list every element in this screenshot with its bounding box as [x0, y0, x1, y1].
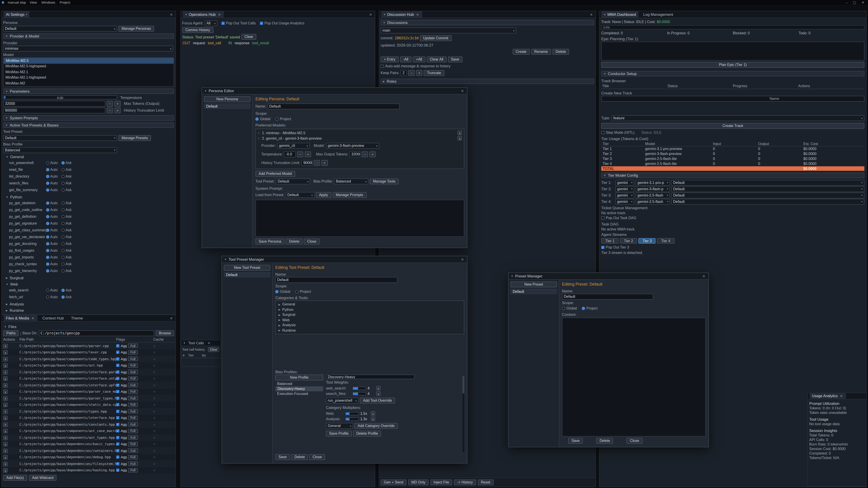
- clear-tool-calls-button[interactable]: Clear: [208, 347, 219, 352]
- bias-profile-item[interactable]: Execution-Focused: [275, 391, 323, 396]
- history-limit-input[interactable]: 900000: [3, 107, 105, 113]
- add-files-button[interactable]: Add File(s): [3, 475, 27, 481]
- add-tool-override-button[interactable]: Add Tool Override: [360, 398, 395, 403]
- file-row[interactable]: x C:/projects/gencpp/base/components/ast…: [2, 362, 176, 369]
- save-button[interactable]: Save: [568, 438, 583, 444]
- pref-max-tokens-input[interactable]: 32000: [349, 151, 360, 157]
- section-tool-presets[interactable]: ▼ Active Tool Presets & Biases: [3, 122, 174, 128]
- ask-radio[interactable]: [61, 235, 65, 238]
- decrement-button[interactable]: −: [314, 160, 320, 166]
- category-row[interactable]: ▶ Runtime: [277, 328, 463, 333]
- section-parameters[interactable]: ▼ Parameters: [3, 88, 174, 94]
- file-row[interactable]: x C:/projects/gencpp/base/dependencies/h…: [2, 467, 176, 474]
- file-row[interactable]: x C:/projects/gencpp/base/dependencies/d…: [2, 454, 176, 460]
- close-panel-icon[interactable]: ✕: [207, 341, 211, 345]
- preset-list-item[interactable]: Default: [224, 272, 270, 278]
- agg-checkbox[interactable]: [116, 436, 119, 439]
- persona-bias-select[interactable]: Balanced ▾: [334, 178, 368, 184]
- model-option[interactable]: MiniMax-M2.5-highspeed: [4, 64, 174, 69]
- ask-radio[interactable]: [61, 295, 65, 298]
- remove-file-button[interactable]: x: [3, 363, 8, 368]
- pop-out-tool-calls-checkbox[interactable]: [221, 22, 224, 25]
- agg-checkbox[interactable]: [116, 397, 119, 400]
- remove-file-button[interactable]: x: [3, 416, 8, 420]
- category-row[interactable]: ▶ Analysis: [277, 323, 463, 328]
- menu-item[interactable]: View: [30, 0, 37, 4]
- save-persona-button[interactable]: Save Persona: [255, 238, 285, 245]
- increment-button[interactable]: +: [321, 160, 328, 166]
- auto-radio[interactable]: [46, 188, 49, 191]
- increment-button[interactable]: +: [305, 151, 311, 157]
- plus-all-button[interactable]: +All: [413, 57, 425, 62]
- tier-provider-select[interactable]: gemini ▾: [615, 180, 634, 186]
- section-conductor-setup[interactable]: ▼ Conductor Setup: [601, 71, 864, 76]
- close-tab-icon[interactable]: ✕: [415, 12, 420, 17]
- weight-slider[interactable]: [352, 387, 366, 390]
- drag-handle-icon[interactable]: ⠿: [258, 131, 260, 134]
- tool-group-python[interactable]: ▼ Python: [3, 194, 174, 199]
- remove-weight-button[interactable]: x: [376, 391, 381, 396]
- full-chip[interactable]: Full: [128, 435, 138, 440]
- remove-file-button[interactable]: x: [3, 468, 8, 473]
- tab-context-hub[interactable]: Context Hub: [40, 315, 66, 322]
- decrement-button[interactable]: −: [107, 101, 113, 106]
- agg-checkbox[interactable]: [116, 390, 119, 393]
- discussion-footer-button[interactable]: Gen + Send: [381, 480, 406, 485]
- discussion-footer-button[interactable]: MD Only: [408, 480, 429, 485]
- section-provider-model[interactable]: ▼ Provider & Model: [3, 33, 174, 39]
- tier-model-select[interactable]: gemini-3.1-pro-p ▾: [636, 180, 670, 186]
- tier-model-select[interactable]: gemini-2.5-flash ▾: [636, 199, 670, 204]
- model-option[interactable]: MiniMax-M2.5: [4, 58, 174, 64]
- full-chip[interactable]: Full: [128, 377, 138, 381]
- file-row[interactable]: x C:/projects/gencpp/base/components/cod…: [2, 356, 176, 362]
- agg-checkbox[interactable]: [116, 410, 119, 413]
- full-chip[interactable]: Full: [128, 449, 138, 453]
- category-row[interactable]: ▶ Web: [277, 318, 463, 323]
- bias-profile-item[interactable]: Balanced: [275, 381, 323, 386]
- agg-checkbox[interactable]: [116, 403, 119, 406]
- persona-select[interactable]: Default ▾: [3, 26, 117, 32]
- full-chip[interactable]: Full: [128, 363, 138, 368]
- increment-button[interactable]: +: [114, 107, 121, 113]
- persona-tool-preset-select[interactable]: Default ▾: [276, 178, 310, 184]
- remove-multiplier-button[interactable]: x: [371, 417, 375, 421]
- file-row[interactable]: x C:/projects/gencpp/base/components/con…: [2, 421, 176, 428]
- full-chip[interactable]: Full: [128, 383, 138, 387]
- keep-pairs-input[interactable]: 2: [401, 70, 407, 76]
- discussion-select[interactable]: main ▾: [381, 28, 516, 33]
- file-row[interactable]: x C:/projects/gencpp/base/components/ast…: [2, 428, 176, 434]
- tool-group-runtime[interactable]: ▶ Runtime: [3, 307, 174, 313]
- section-system-prompts[interactable]: ▼ System Prompts: [3, 115, 174, 121]
- increment-button[interactable]: +: [416, 70, 423, 76]
- preset-name-input[interactable]: Default: [275, 277, 397, 283]
- auto-radio[interactable]: [46, 249, 49, 252]
- close-panel-icon[interactable]: ✕: [368, 12, 373, 17]
- file-row[interactable]: x C:/projects/gencpp/base/components/par…: [2, 343, 176, 349]
- close-button[interactable]: Close: [627, 438, 643, 444]
- category-row[interactable]: ▶ General: [277, 302, 463, 307]
- remove-file-button[interactable]: x: [3, 402, 8, 407]
- remove-file-button[interactable]: x: [3, 370, 8, 375]
- tier-model-select[interactable]: gemini-3-flash-p ▾: [636, 186, 670, 192]
- create-discussion-button[interactable]: Create: [513, 49, 530, 55]
- tier-preset-select[interactable]: Default ▾: [671, 186, 864, 192]
- comms-history-button[interactable]: Comms History: [182, 27, 213, 33]
- provider-select[interactable]: minimax ▾: [3, 46, 173, 52]
- project-radio[interactable]: [275, 118, 278, 121]
- agg-checkbox[interactable]: [116, 416, 119, 420]
- pop-out-task-dag-checkbox[interactable]: [601, 217, 604, 220]
- tab-mma-dashboard[interactable]: ▼ MMA Dashboard: [601, 11, 638, 18]
- tool-override-select[interactable]: run_powershell ▾: [326, 398, 359, 403]
- persona-list-item[interactable]: Default: [204, 103, 250, 109]
- decrement-button[interactable]: −: [408, 70, 415, 76]
- auto-radio[interactable]: [46, 201, 49, 204]
- decrement-button[interactable]: −: [362, 151, 368, 157]
- file-row[interactable]: x C:/projects/gencpp/base/components/int…: [2, 415, 176, 421]
- tab-operations-hub[interactable]: ▼ Operations Hub ✕: [183, 11, 224, 18]
- tier-preset-select[interactable]: Default ▾: [671, 199, 864, 204]
- agg-checkbox[interactable]: [116, 357, 119, 361]
- discussion-footer-button[interactable]: Inject File: [430, 480, 452, 485]
- save-profile-button[interactable]: Save Profile: [326, 431, 352, 436]
- tool-group-web[interactable]: ▼ Web: [3, 281, 174, 287]
- full-chip[interactable]: Full: [128, 390, 138, 394]
